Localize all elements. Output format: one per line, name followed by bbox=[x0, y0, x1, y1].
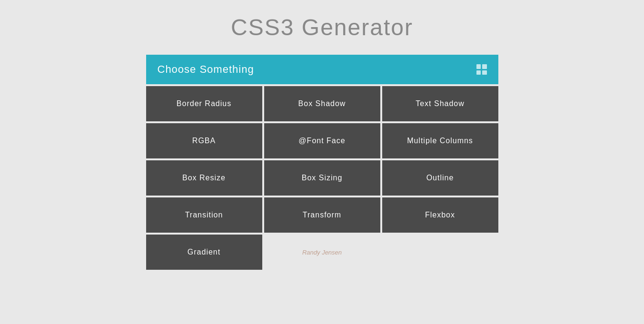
text-shadow-button[interactable]: Text Shadow bbox=[382, 86, 498, 121]
grid-icon-cell-4 bbox=[482, 70, 487, 75]
multiple-columns-button[interactable]: Multiple Columns bbox=[382, 123, 498, 158]
button-row-2: RGBA @Font Face Multiple Columns bbox=[146, 123, 498, 158]
button-row-3: Box Resize Box Sizing Outline bbox=[146, 160, 498, 196]
font-face-button[interactable]: @Font Face bbox=[264, 123, 380, 158]
header-bar: Choose Something bbox=[146, 55, 498, 84]
rgba-button[interactable]: RGBA bbox=[146, 123, 262, 158]
main-container: Choose Something Border Radius Box Shado… bbox=[146, 55, 498, 270]
border-radius-button[interactable]: Border Radius bbox=[146, 86, 262, 121]
grid-icon-cell-1 bbox=[476, 64, 481, 69]
box-shadow-button[interactable]: Box Shadow bbox=[264, 86, 380, 121]
empty-cell bbox=[382, 235, 498, 270]
outline-button[interactable]: Outline bbox=[382, 160, 498, 196]
header-title: Choose Something bbox=[158, 63, 254, 76]
credit-text: Randy Jensen bbox=[293, 239, 351, 265]
transform-button[interactable]: Transform bbox=[264, 197, 380, 233]
button-row-5: Gradient Randy Jensen bbox=[146, 235, 498, 270]
transition-button[interactable]: Transition bbox=[146, 197, 262, 233]
page-title: CSS3 Generator bbox=[231, 14, 413, 40]
grid-icon-cell-2 bbox=[482, 64, 487, 69]
box-resize-button[interactable]: Box Resize bbox=[146, 160, 262, 196]
flexbox-button[interactable]: Flexbox bbox=[382, 197, 498, 233]
credit-cell: Randy Jensen bbox=[264, 235, 380, 270]
box-sizing-button[interactable]: Box Sizing bbox=[264, 160, 380, 196]
button-row-4: Transition Transform Flexbox bbox=[146, 197, 498, 233]
gradient-button[interactable]: Gradient bbox=[146, 235, 262, 270]
grid-icon[interactable] bbox=[476, 64, 487, 75]
grid-icon-cell-3 bbox=[476, 70, 481, 75]
button-row-1: Border Radius Box Shadow Text Shadow bbox=[146, 86, 498, 121]
